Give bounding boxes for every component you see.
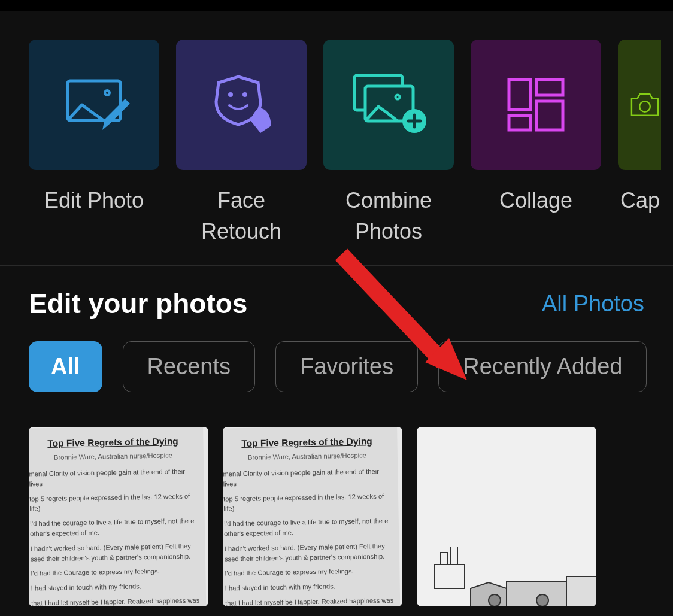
svg-rect-14: [536, 101, 563, 130]
svg-point-15: [639, 101, 650, 112]
edit-photo-icon: [58, 75, 130, 135]
category-label: Collage: [499, 185, 572, 216]
category-label: CombinePhotos: [345, 185, 432, 247]
svg-point-21: [536, 594, 548, 606]
category-label: Cap: [618, 185, 660, 216]
thumbnail-content: Top Five Regrets of the Dying Bronnie Wa…: [29, 427, 207, 606]
section-header: Edit your photos All Photos: [0, 266, 673, 330]
category-row: Edit Photo FaceRetouch: [0, 11, 673, 265]
category-label: Edit Photo: [44, 185, 144, 216]
status-bar: [0, 0, 673, 11]
photo-thumbnail-2[interactable]: Top Five Regrets of the Dying Bronnie Wa…: [223, 427, 402, 606]
svg-point-1: [105, 90, 110, 95]
thumbnail-content: Top Five Regrets of the Dying Bronnie Wa…: [223, 427, 401, 606]
svg-point-3: [228, 92, 233, 97]
svg-rect-17: [441, 553, 448, 565]
category-tile: [176, 40, 307, 170]
filter-recents[interactable]: Recents: [123, 341, 255, 392]
svg-rect-11: [509, 80, 530, 110]
svg-point-20: [489, 594, 501, 606]
category-tile: [29, 40, 159, 170]
category-combine-photos[interactable]: CombinePhotos: [323, 40, 454, 247]
category-tile: [471, 40, 601, 170]
filter-recently-added[interactable]: Recently Added: [438, 341, 647, 392]
svg-rect-13: [536, 80, 563, 95]
camera-icon: [629, 75, 661, 135]
svg-rect-12: [509, 116, 530, 130]
category-face-retouch[interactable]: FaceRetouch: [176, 40, 307, 247]
category-label: FaceRetouch: [201, 185, 281, 247]
svg-rect-16: [435, 565, 465, 588]
category-collage[interactable]: Collage: [471, 40, 601, 216]
filter-all[interactable]: All: [29, 341, 102, 392]
svg-point-4: [242, 92, 247, 97]
thumbnail-row: Top Five Regrets of the Dying Bronnie Wa…: [0, 403, 673, 616]
svg-rect-18: [450, 547, 457, 565]
svg-rect-22: [566, 576, 596, 606]
face-retouch-icon: [205, 72, 277, 138]
category-edit-photo[interactable]: Edit Photo: [29, 40, 159, 216]
photo-thumbnail-1[interactable]: Top Five Regrets of the Dying Bronnie Wa…: [29, 427, 208, 606]
category-tile: [323, 40, 454, 170]
collage-icon: [503, 75, 569, 135]
all-photos-link[interactable]: All Photos: [542, 291, 644, 317]
svg-marker-2: [102, 99, 130, 130]
combine-photos-icon: [350, 72, 428, 138]
photo-thumbnail-3[interactable]: [417, 427, 596, 606]
section-title: Edit your photos: [29, 287, 247, 320]
thumbnail-sketch-content: [417, 547, 596, 606]
category-caption[interactable]: Cap: [618, 40, 661, 216]
category-tile: [618, 40, 661, 170]
filter-row: All Recents Favorites Recently Added: [0, 330, 673, 403]
filter-favorites[interactable]: Favorites: [275, 341, 418, 392]
